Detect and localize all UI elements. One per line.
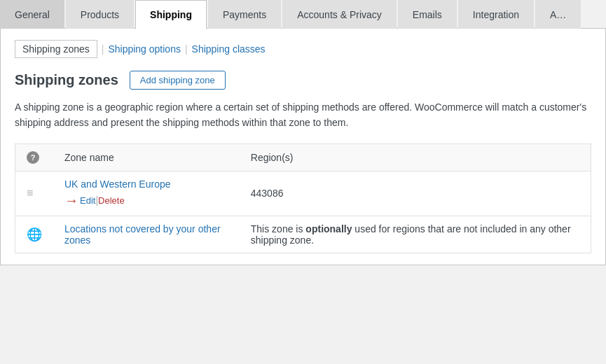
region-bold-text: optionally xyxy=(305,223,352,234)
tab-advanced[interactable]: A… xyxy=(535,0,581,29)
page-heading-row: Shipping zones Add shipping zone xyxy=(15,71,591,90)
table-row: ≡ UK and Western Europe → Edit | Delete … xyxy=(15,171,591,216)
table-header-row: ? Zone name Region(s) xyxy=(15,144,591,171)
globe-icon: 🌐 xyxy=(27,227,42,241)
tab-general[interactable]: General xyxy=(0,0,64,29)
add-shipping-zone-button[interactable]: Add shipping zone xyxy=(130,71,226,90)
zone-region-cell: 443086 xyxy=(240,171,591,216)
zone-name-link-2[interactable]: Locations not covered by your other zone… xyxy=(64,223,221,246)
drag-icon[interactable]: ≡ xyxy=(27,187,33,199)
zone-name-link[interactable]: UK and Western Europe xyxy=(64,178,228,190)
shipping-zones-table: ? Zone name Region(s) ≡ UK and Western E… xyxy=(15,144,591,253)
delete-link[interactable]: Delete xyxy=(98,195,125,206)
sub-nav: Shipping zones | Shipping options | Ship… xyxy=(15,40,591,58)
globe-cell: 🌐 xyxy=(15,216,54,253)
page-description: A shipping zone is a geographic region w… xyxy=(15,99,591,131)
sep-2: | xyxy=(185,43,188,55)
sep-1: | xyxy=(102,43,104,55)
col-regions: Region(s) xyxy=(240,144,591,171)
edit-link[interactable]: Edit xyxy=(80,195,95,206)
zone-region-cell-2: This zone is optionally used for regions… xyxy=(240,216,591,253)
tab-products[interactable]: Products xyxy=(66,0,134,29)
tab-accounts-privacy[interactable]: Accounts & Privacy xyxy=(282,0,397,29)
row-actions: → Edit | Delete xyxy=(64,192,228,209)
drag-handle-cell: ≡ xyxy=(15,171,54,216)
tab-shipping[interactable]: Shipping xyxy=(135,0,207,29)
zone-name-cell: UK and Western Europe → Edit | Delete xyxy=(53,171,240,216)
subnav-shipping-zones[interactable]: Shipping zones xyxy=(15,40,97,58)
help-icon[interactable]: ? xyxy=(27,151,39,164)
tab-payments[interactable]: Payments xyxy=(208,0,281,29)
table-row: 🌐 Locations not covered by your other zo… xyxy=(15,216,591,253)
col-zone-name: Zone name xyxy=(53,144,240,171)
page-title: Shipping zones xyxy=(15,72,118,88)
col-help: ? xyxy=(15,144,54,171)
tab-integration[interactable]: Integration xyxy=(458,0,534,29)
arrow-indicator: → xyxy=(64,192,78,209)
region-text-before: This zone is xyxy=(251,223,306,234)
subnav-shipping-options[interactable]: Shipping options xyxy=(108,43,181,55)
tabs-bar: General Products Shipping Payments Accou… xyxy=(0,0,606,29)
tab-emails[interactable]: Emails xyxy=(398,0,457,29)
zone-row-content: UK and Western Europe → Edit | Delete xyxy=(64,178,228,209)
subnav-shipping-classes[interactable]: Shipping classes xyxy=(192,43,266,55)
zone-name-cell-2: Locations not covered by your other zone… xyxy=(53,216,240,253)
main-content: Shipping zones | Shipping options | Ship… xyxy=(0,29,606,265)
